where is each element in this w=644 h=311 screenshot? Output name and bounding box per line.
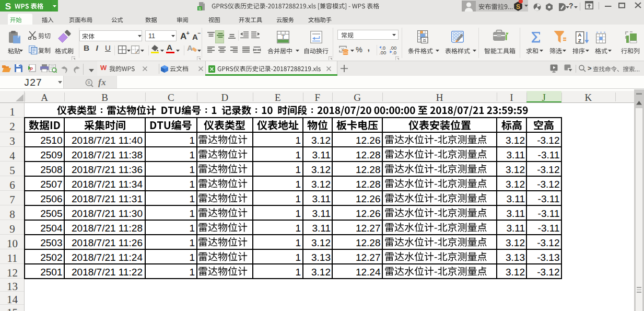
- svg-text:Z: Z: [578, 38, 581, 43]
- svg-text:R: R: [87, 80, 90, 85]
- svg-text:A: A: [578, 32, 582, 38]
- svg-text:T: T: [282, 34, 285, 40]
- svg-text:S: S: [516, 3, 520, 10]
- svg-text:.00: .00: [379, 50, 386, 55]
- svg-text:P: P: [30, 66, 33, 72]
- svg-text:S: S: [198, 6, 201, 11]
- svg-text:S: S: [5, 2, 11, 11]
- svg-text:.0: .0: [392, 50, 396, 55]
